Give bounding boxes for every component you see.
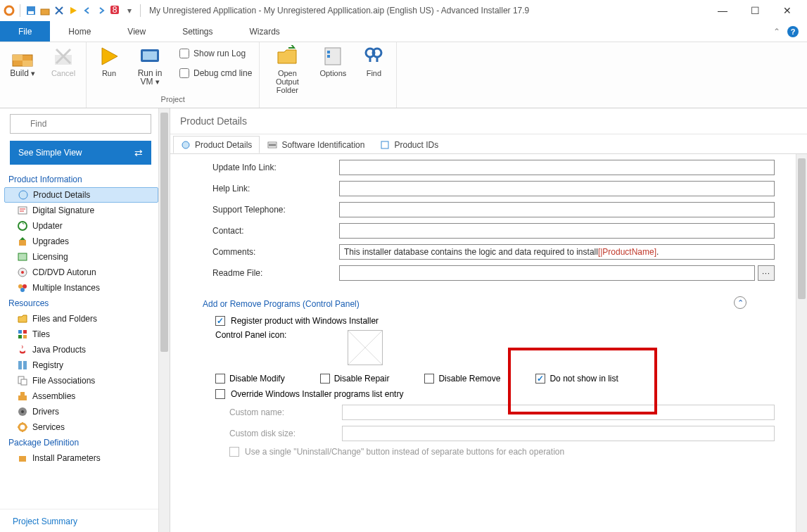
nav-licensing[interactable]: Licensing: [4, 249, 158, 265]
maximize-button[interactable]: ☐: [745, 5, 765, 16]
title-bar: 8 ▾ My Unregistered Appllication - My Un…: [0, 0, 807, 21]
cancel-button: Cancel: [48, 45, 79, 77]
check-disable-remove[interactable]: [424, 374, 434, 384]
label-comments: Comments:: [212, 247, 339, 257]
run-button[interactable]: Run: [94, 45, 125, 77]
collapse-ribbon-icon[interactable]: ⌃: [773, 27, 780, 37]
input-custom-disk: [342, 426, 775, 441]
input-contact[interactable]: [339, 223, 775, 239]
menu-home[interactable]: Home: [50, 21, 109, 42]
tab-product-details[interactable]: Product Details: [173, 136, 260, 153]
forward-icon[interactable]: [95, 4, 108, 17]
show-run-log-check[interactable]: Show run Log: [179, 45, 252, 62]
nav-tiles[interactable]: Tiles: [4, 327, 158, 342]
nav-product-details[interactable]: Product Details: [4, 187, 158, 203]
label-help-link: Help Link:: [212, 184, 339, 194]
menu-file[interactable]: File: [0, 21, 50, 42]
save-icon[interactable]: [25, 4, 37, 17]
run-icon[interactable]: [67, 4, 80, 17]
svg-rect-44: [381, 141, 388, 148]
build-button[interactable]: Build ▾: [7, 45, 38, 77]
nav-multiple-instances[interactable]: Multiple Instances: [4, 280, 158, 296]
left-nav: 🔍 See Simple View ⇄ Product Information …: [0, 108, 158, 532]
svg-rect-35: [21, 379, 27, 385]
input-comments[interactable]: This installer database contains the log…: [339, 244, 775, 260]
svg-rect-33: [23, 361, 27, 369]
svg-rect-8: [13, 55, 23, 61]
input-help-link[interactable]: [339, 181, 775, 196]
help-icon[interactable]: ?: [787, 26, 799, 37]
find-input[interactable]: [10, 114, 151, 134]
control-panel-icon-picker[interactable]: [348, 330, 383, 365]
collapse-arp-icon[interactable]: ⌃: [734, 296, 746, 309]
project-summary-link[interactable]: Project Summary: [0, 509, 158, 532]
label-override-list: Override Windows Installer programs list…: [231, 389, 403, 399]
label-support-tel: Support Telephone:: [212, 205, 339, 215]
nav-file-associations[interactable]: File Associations: [4, 373, 158, 388]
svg-rect-28: [18, 330, 22, 334]
check-single-button: [229, 447, 239, 457]
input-support-tel[interactable]: [339, 202, 775, 217]
svg-rect-22: [18, 253, 27, 260]
nav-registry[interactable]: Registry: [4, 357, 158, 373]
label-custom-name: Custom name:: [229, 407, 342, 417]
nav-services[interactable]: Services: [4, 419, 158, 435]
cancel-build-icon[interactable]: [53, 4, 65, 17]
svg-rect-29: [23, 330, 27, 334]
svg-rect-30: [18, 335, 22, 338]
browse-readme-button[interactable]: ···: [758, 265, 775, 281]
nav-files-folders[interactable]: Files and Folders: [4, 311, 158, 327]
main-scrollbar[interactable]: [796, 154, 807, 532]
nav-updater[interactable]: Updater: [4, 218, 158, 234]
svg-point-40: [19, 424, 26, 431]
nav-assemblies[interactable]: Assemblies: [4, 388, 158, 404]
check-override-list[interactable]: [215, 389, 225, 399]
nav-header-package-def: Package Definition: [4, 435, 158, 450]
swap-icon: ⇄: [134, 147, 143, 158]
menu-view[interactable]: View: [109, 21, 164, 42]
qat-dropdown-icon[interactable]: ▾: [123, 4, 136, 17]
svg-point-42: [182, 141, 189, 148]
label-disable-remove: Disable Remove: [438, 374, 500, 384]
menu-settings[interactable]: Settings: [164, 21, 231, 42]
svg-rect-19: [18, 207, 27, 214]
find-button[interactable]: Find: [358, 45, 389, 77]
close-button[interactable]: ✕: [777, 5, 797, 16]
ribbon-group-label: Project: [94, 95, 252, 106]
minimize-button[interactable]: ―: [713, 5, 732, 16]
back-icon[interactable]: [81, 4, 94, 17]
svg-rect-12: [143, 51, 157, 60]
check-disable-modify[interactable]: [215, 374, 225, 384]
tab-software-identification[interactable]: Software Identification: [260, 136, 372, 153]
nav-digital-signature[interactable]: Digital Signature: [4, 203, 158, 218]
tab-product-ids[interactable]: Product IDs: [372, 136, 446, 153]
nav-java-products[interactable]: Java Products: [4, 342, 158, 357]
nav-cd-dvd-autorun[interactable]: CD/DVD Autorun: [4, 265, 158, 280]
open-output-button[interactable]: Open Output Folder: [267, 45, 307, 94]
left-scrollbar[interactable]: [158, 108, 170, 532]
debug-cmd-check[interactable]: Debug cmd line: [179, 65, 252, 82]
input-update-info-link[interactable]: [339, 160, 775, 175]
run-in-vm-button[interactable]: Run in VM ▾: [134, 45, 165, 86]
quick-access-toolbar: 8 ▾: [3, 4, 144, 17]
label-disable-repair: Disable Repair: [334, 374, 390, 384]
svg-point-0: [5, 6, 13, 15]
svg-point-25: [18, 284, 23, 289]
menu-wizards[interactable]: Wizards: [231, 21, 298, 42]
nav-drivers[interactable]: Drivers: [4, 404, 158, 419]
svg-point-27: [20, 288, 25, 292]
label-update-info-link: Update Info Link:: [212, 163, 339, 172]
see-simple-view-button[interactable]: See Simple View ⇄: [10, 141, 151, 165]
label-custom-disk: Custom disk size:: [229, 429, 342, 438]
nav-upgrades[interactable]: Upgrades: [4, 234, 158, 249]
check-disable-repair[interactable]: [320, 374, 330, 384]
options-button[interactable]: Options: [317, 45, 348, 77]
badge-icon[interactable]: 8: [109, 4, 122, 17]
input-readme[interactable]: [339, 265, 755, 281]
nav-install-parameters[interactable]: Install Parameters: [4, 450, 158, 466]
check-register-product[interactable]: [215, 316, 225, 326]
app-icon[interactable]: [3, 4, 15, 17]
label-contact: Contact:: [212, 226, 339, 236]
ribbon: Build ▾ Cancel Run Run in VM ▾ Show run …: [0, 42, 807, 108]
build-icon[interactable]: [39, 4, 51, 17]
